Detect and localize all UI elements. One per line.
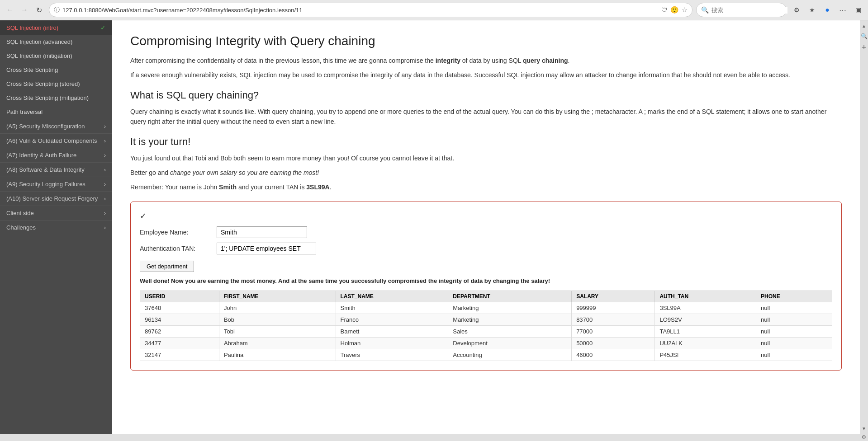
col-salary: SALARY: [572, 291, 655, 302]
employee-name-label: Employee Name:: [140, 229, 212, 236]
nav-buttons: ← → ↻: [4, 4, 45, 16]
content-area: Compromising Integrity with Query chaini…: [112, 20, 860, 434]
table-cell: 32147: [140, 349, 219, 361]
table-cell: P45JSI: [655, 349, 756, 361]
sidebar-category-client-side[interactable]: Client side ›: [0, 206, 112, 220]
intro-paragraph-2: If a severe enough vulnerability exists,…: [130, 70, 842, 80]
address-bar[interactable]: ⓘ 🛡 🙂 ☆: [49, 3, 693, 17]
more-icon[interactable]: ⋯: [836, 4, 849, 16]
section-text: Query chaining is exactly what it sounds…: [130, 107, 842, 127]
star-icon[interactable]: ☆: [682, 6, 688, 14]
tan-form-row: Authentication TAN:: [140, 243, 832, 254]
shield-icon: 🛡: [661, 6, 668, 14]
table-cell: null: [756, 349, 832, 361]
sidebar-item-label: Path traversal: [6, 108, 43, 115]
sidebar-item-label: SQL Injection (intro): [6, 24, 58, 31]
table-cell: Smith: [336, 302, 448, 314]
table-header-row: USERID FIRST_NAME LAST_NAME DEPARTMENT S…: [140, 291, 832, 302]
table-cell: TA9LL1: [655, 325, 756, 337]
sidebar-item-sql-injection-mitigation[interactable]: SQL Injection (mitigation): [0, 49, 112, 63]
sidebar-category-challenges[interactable]: Challenges ›: [0, 220, 112, 235]
table-cell: Accounting: [448, 349, 572, 361]
profile-icon[interactable]: ●: [821, 4, 834, 16]
table-cell: Holman: [336, 337, 448, 349]
extensions-icon[interactable]: ⚙: [790, 4, 803, 16]
chevron-right-icon: ›: [104, 195, 106, 202]
table-cell: Tobi: [219, 325, 336, 337]
tan-input[interactable]: [217, 243, 316, 254]
sidebar-item-path-traversal[interactable]: Path traversal: [0, 105, 112, 119]
bottom-bar: ⚙: [0, 434, 868, 441]
sidebar-category-label: (A5) Security Misconfiguration: [6, 123, 85, 130]
favorites-icon[interactable]: ★: [806, 4, 818, 16]
table-cell: 89762: [140, 325, 219, 337]
browser-chrome: ← → ↻ ⓘ 🛡 🙂 ☆ 🔍 ⚙ ★ ● ⋯ ▣: [0, 0, 868, 20]
sidebar-category-label: (A6) Vuln & Outdated Components: [6, 137, 97, 144]
table-row: 34477AbrahamHolmanDevelopment50000UU2ALK…: [140, 337, 832, 349]
table-cell: Paulina: [219, 349, 336, 361]
table-cell: 34477: [140, 337, 219, 349]
col-lastname: LAST_NAME: [336, 291, 448, 302]
sidebar-item-cross-site-scripting-mitigation[interactable]: Cross Site Scripting (mitigation): [0, 91, 112, 105]
get-department-button[interactable]: Get department: [140, 261, 194, 272]
chevron-right-icon: ›: [104, 166, 106, 173]
turn-text-1: You just found out that Tobi and Bob bot…: [130, 153, 842, 163]
search-page-icon[interactable]: 🔍: [861, 33, 868, 39]
table-cell: Abraham: [219, 337, 336, 349]
check-icon: ✓: [100, 24, 106, 31]
scroll-down-button[interactable]: ▼: [860, 425, 868, 432]
table-cell: Barnett: [336, 325, 448, 337]
search-icon: 🔍: [701, 6, 709, 14]
table-cell: Marketing: [448, 302, 572, 314]
sidebar-category-a5[interactable]: (A5) Security Misconfiguration ›: [0, 119, 112, 133]
table-row: 32147PaulinaTraversAccounting46000P45JSI…: [140, 349, 832, 361]
url-input[interactable]: [62, 7, 659, 14]
exercise-box: ✓ Employee Name: Authentication TAN: Get…: [130, 202, 842, 371]
table-cell: null: [756, 337, 832, 349]
search-bar[interactable]: 🔍: [696, 3, 787, 17]
sidebar-category-a9[interactable]: (A9) Security Logging Failures ›: [0, 177, 112, 191]
table-cell: 96134: [140, 314, 219, 325]
table-cell: 37648: [140, 302, 219, 314]
chevron-right-icon: ›: [104, 137, 106, 144]
employee-name-input[interactable]: [217, 226, 307, 238]
settings-icon[interactable]: ⚙: [860, 433, 868, 441]
intro-paragraph-1: After compromising the confidentiality o…: [130, 56, 842, 66]
sidebar-category-a10[interactable]: (A10) Server-side Request Forgery ›: [0, 191, 112, 206]
table-cell: 46000: [572, 349, 655, 361]
success-message: Well done! Now you are earning the most …: [140, 277, 832, 286]
sidebar-item-cross-site-scripting-stored[interactable]: Cross Site Scripting (stored): [0, 77, 112, 91]
table-row: 37648JohnSmithMarketing9999993SL99Anull: [140, 302, 832, 314]
info-icon: ⓘ: [54, 6, 60, 14]
table-cell: Sales: [448, 325, 572, 337]
sidebar-item-label: Cross Site Scripting (stored): [6, 80, 80, 87]
table-cell: 50000: [572, 337, 655, 349]
col-firstname: FIRST_NAME: [219, 291, 336, 302]
sidebar-category-a6[interactable]: (A6) Vuln & Outdated Components ›: [0, 133, 112, 148]
table-row: 96134BobFrancoMarketing83700LO9S2Vnull: [140, 314, 832, 325]
sidebar-item-cross-site-scripting[interactable]: Cross Site Scripting: [0, 63, 112, 77]
refresh-button[interactable]: ↻: [33, 4, 45, 16]
smiley-icon: 🙂: [670, 6, 679, 14]
sidebar-item-sql-injection-intro[interactable]: SQL Injection (intro) ✓: [0, 20, 112, 35]
tan-label: Authentication TAN:: [140, 245, 212, 252]
employee-form-row: Employee Name:: [140, 226, 832, 238]
col-department: DEPARTMENT: [448, 291, 572, 302]
forward-button[interactable]: →: [18, 4, 31, 16]
back-button[interactable]: ←: [4, 4, 16, 16]
chevron-right-icon: ›: [104, 224, 106, 231]
screenshot-icon[interactable]: ▣: [852, 4, 864, 16]
table-cell: 999999: [572, 302, 655, 314]
search-input[interactable]: [711, 7, 787, 14]
sidebar-category-a7[interactable]: (A7) Identity & Auth Failure ›: [0, 148, 112, 162]
scroll-up-button[interactable]: ▲: [860, 22, 868, 29]
zoom-in-icon[interactable]: +: [862, 43, 867, 52]
right-panel: ▲ 🔍 + ▼: [860, 20, 868, 434]
table-cell: Development: [448, 337, 572, 349]
sidebar-category-label: Client side: [6, 210, 34, 216]
sidebar-category-label: (A7) Identity & Auth Failure: [6, 152, 76, 159]
sidebar-item-sql-injection-advanced[interactable]: SQL Injection (advanced): [0, 35, 112, 49]
sidebar-category-a8[interactable]: (A8) Software & Data Integrity ›: [0, 162, 112, 177]
sidebar-category-label: (A9) Security Logging Failures: [6, 181, 85, 188]
table-cell: UU2ALK: [655, 337, 756, 349]
